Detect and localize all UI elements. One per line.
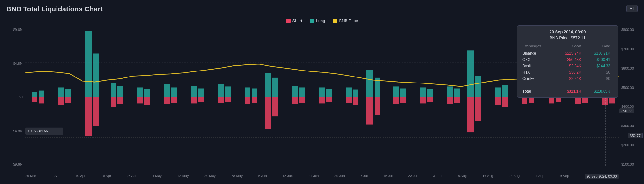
svg-rect-84: [427, 97, 433, 102]
tooltip-price: BNB Price: $572.11: [522, 35, 613, 40]
x-label-13: 29 Jun: [334, 174, 345, 179]
svg-rect-42: [475, 76, 481, 97]
legend: Short Long BNB Price: [286, 18, 358, 23]
svg-rect-54: [39, 97, 44, 103]
x-label-6: 4 May: [152, 174, 162, 179]
svg-rect-19: [191, 86, 197, 97]
y-right-2: $700.00: [621, 47, 634, 51]
svg-rect-31: [346, 87, 352, 97]
exchange-name: Binance: [522, 50, 555, 57]
svg-rect-36: [400, 88, 406, 97]
svg-rect-37: [420, 87, 426, 97]
y-left-5: $9.6M: [13, 163, 23, 166]
svg-rect-9: [58, 87, 64, 97]
x-label-7: 12 May: [177, 174, 189, 179]
svg-rect-66: [198, 97, 204, 102]
svg-rect-68: [225, 97, 231, 102]
price-badge: 350.77: [619, 108, 634, 113]
x-label-11: 13 Jun: [282, 174, 293, 179]
svg-rect-13: [111, 83, 116, 97]
tooltip-table: Exchanges Short Long Binance $225.94K $1…: [522, 43, 613, 94]
x-label-19: 16 Aug: [482, 174, 493, 179]
exchange-name: CoinEx: [522, 76, 555, 82]
svg-rect-75: [319, 97, 325, 103]
svg-rect-53: [32, 97, 37, 102]
x-label-16: 23 Jul: [408, 174, 417, 179]
tooltip-total-row: Total $311.1K $110.65K: [522, 88, 613, 94]
tooltip-price-value: $572.11: [571, 35, 586, 40]
x-label-2: 2 Apr: [52, 174, 60, 179]
svg-rect-38: [427, 89, 433, 97]
svg-rect-44: [502, 85, 508, 97]
svg-rect-87: [467, 97, 474, 132]
svg-rect-72: [272, 97, 278, 116]
svg-rect-10: [65, 89, 71, 97]
long-val: $110.21K: [584, 50, 613, 57]
svg-rect-64: [171, 97, 177, 103]
svg-rect-77: [346, 97, 352, 103]
svg-rect-96: [582, 97, 588, 103]
svg-rect-74: [299, 97, 305, 103]
long-val: $0: [584, 69, 613, 76]
svg-rect-35: [393, 86, 399, 97]
svg-rect-30: [326, 89, 332, 97]
svg-rect-23: [245, 87, 250, 97]
svg-rect-57: [85, 97, 92, 136]
svg-rect-12: [93, 53, 99, 97]
x-label-18: 8 Aug: [458, 174, 467, 179]
svg-rect-17: [164, 84, 170, 97]
x-label-17: 31 Jul: [433, 174, 442, 179]
all-button[interactable]: All: [626, 5, 638, 12]
x-label-current: 20 Sep 2024, 03:00: [585, 174, 619, 179]
y-right-7: $200.00: [621, 143, 634, 147]
svg-rect-76: [326, 97, 332, 102]
long-icon: [310, 19, 314, 23]
y-right-4: $500.00: [621, 86, 634, 89]
svg-rect-11: [85, 31, 92, 97]
svg-rect-28: [299, 87, 305, 97]
bnb-price-icon: [333, 19, 337, 23]
exchange-name: HTX: [522, 69, 555, 76]
svg-rect-86: [454, 97, 460, 103]
svg-rect-21: [218, 84, 224, 97]
col-long: Long: [584, 43, 613, 50]
svg-rect-7: [32, 92, 37, 97]
svg-rect-18: [171, 87, 177, 97]
short-val: $225.94K: [555, 50, 584, 57]
x-label-12: 21 Jun: [308, 174, 319, 179]
svg-rect-56: [65, 97, 71, 103]
svg-rect-81: [393, 97, 399, 104]
short-val: $50.48K: [555, 57, 584, 63]
svg-rect-89: [495, 97, 501, 105]
long-val: $0: [584, 76, 613, 82]
svg-rect-91: [522, 97, 527, 104]
y-left-1: $9.6M: [13, 28, 23, 32]
x-axis: 25 Mar 2 Apr 10 Apr 18 Apr 26 Apr 4 May …: [25, 174, 619, 179]
svg-rect-33: [366, 70, 373, 97]
x-label-14: 7 Jul: [360, 174, 368, 179]
svg-rect-25: [265, 73, 271, 97]
svg-rect-39: [447, 86, 453, 97]
svg-rect-22: [225, 86, 231, 97]
svg-rect-94: [556, 97, 561, 102]
svg-rect-73: [292, 97, 298, 104]
svg-rect-32: [353, 90, 358, 97]
exchange-name: OKX: [522, 57, 555, 63]
x-label-21: 1 Sep: [535, 174, 544, 179]
col-exchange: Exchanges: [522, 43, 555, 50]
svg-rect-95: [575, 97, 581, 104]
y-right-5: $400.00 350.77: [621, 105, 634, 108]
total-label: Total: [522, 88, 555, 94]
x-label-22: 9 Sep: [560, 174, 569, 179]
long-val: $200.41: [584, 57, 613, 63]
svg-rect-20: [198, 88, 204, 97]
svg-rect-98: [609, 97, 615, 103]
long-val: $244.33: [584, 63, 613, 69]
table-row: HTX $30.2K $0: [522, 69, 613, 76]
table-row: OKX $50.48K $200.41: [522, 57, 613, 63]
y-right-6: $300.00: [621, 124, 634, 128]
legend-bnb-label: BNB Price: [339, 18, 358, 23]
current-price-badge: 350.77: [628, 133, 643, 138]
tooltip-date: 20 Sep 2024, 03:00: [522, 29, 613, 34]
short-val: $2.24K: [555, 63, 584, 69]
